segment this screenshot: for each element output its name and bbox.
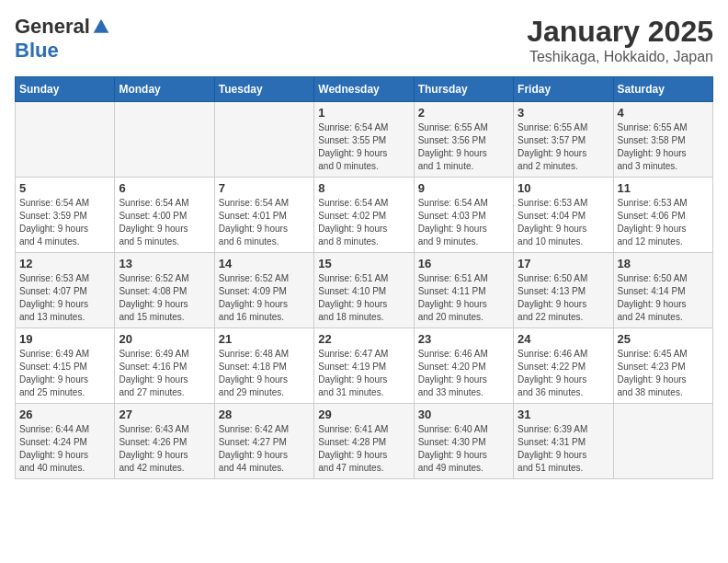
- day-info: Sunrise: 6:54 AM Sunset: 3:59 PM Dayligh…: [19, 197, 110, 248]
- day-info: Sunrise: 6:40 AM Sunset: 4:30 PM Dayligh…: [418, 423, 509, 475]
- calendar-cell: 17Sunrise: 6:50 AM Sunset: 4:13 PM Dayli…: [514, 253, 613, 328]
- calendar-cell: 7Sunrise: 6:54 AM Sunset: 4:01 PM Daylig…: [214, 178, 313, 253]
- day-info: Sunrise: 6:53 AM Sunset: 4:04 PM Dayligh…: [518, 197, 609, 248]
- day-number: 17: [518, 257, 609, 270]
- day-info: Sunrise: 6:52 AM Sunset: 4:09 PM Dayligh…: [219, 272, 310, 324]
- weekday-header: Friday: [514, 77, 613, 102]
- calendar-week-row: 5Sunrise: 6:54 AM Sunset: 3:59 PM Daylig…: [16, 178, 713, 253]
- day-number: 29: [318, 408, 409, 421]
- day-number: 5: [19, 181, 110, 195]
- day-info: Sunrise: 6:50 AM Sunset: 4:13 PM Dayligh…: [518, 272, 609, 324]
- day-info: Sunrise: 6:49 AM Sunset: 4:16 PM Dayligh…: [119, 348, 210, 399]
- day-info: Sunrise: 6:54 AM Sunset: 4:02 PM Dayligh…: [318, 197, 409, 248]
- calendar-cell: 13Sunrise: 6:52 AM Sunset: 4:08 PM Dayli…: [115, 253, 214, 328]
- day-info: Sunrise: 6:39 AM Sunset: 4:31 PM Dayligh…: [518, 423, 609, 475]
- day-info: Sunrise: 6:46 AM Sunset: 4:22 PM Dayligh…: [518, 348, 609, 399]
- location-title: Teshikaga, Hokkaido, Japan: [527, 49, 713, 65]
- day-info: Sunrise: 6:45 AM Sunset: 4:23 PM Dayligh…: [618, 348, 709, 399]
- calendar-table: SundayMondayTuesdayWednesdayThursdayFrid…: [15, 76, 713, 479]
- calendar-cell: [613, 404, 712, 479]
- calendar-cell: 26Sunrise: 6:44 AM Sunset: 4:24 PM Dayli…: [16, 404, 115, 479]
- calendar-cell: 14Sunrise: 6:52 AM Sunset: 4:09 PM Dayli…: [214, 253, 313, 328]
- day-info: Sunrise: 6:54 AM Sunset: 4:01 PM Dayligh…: [219, 197, 310, 248]
- title-section: January 2025 Teshikaga, Hokkaido, Japan: [527, 15, 713, 65]
- day-number: 8: [318, 181, 409, 195]
- calendar-cell: 24Sunrise: 6:46 AM Sunset: 4:22 PM Dayli…: [514, 328, 613, 404]
- calendar-week-row: 19Sunrise: 6:49 AM Sunset: 4:15 PM Dayli…: [16, 328, 713, 404]
- calendar-cell: 12Sunrise: 6:53 AM Sunset: 4:07 PM Dayli…: [16, 253, 115, 328]
- day-info: Sunrise: 6:51 AM Sunset: 4:11 PM Dayligh…: [418, 272, 509, 324]
- day-info: Sunrise: 6:44 AM Sunset: 4:24 PM Dayligh…: [19, 423, 110, 475]
- weekday-row: SundayMondayTuesdayWednesdayThursdayFrid…: [16, 77, 713, 102]
- day-number: 16: [418, 257, 509, 270]
- weekday-header: Wednesday: [314, 77, 414, 102]
- calendar-cell: 20Sunrise: 6:49 AM Sunset: 4:16 PM Dayli…: [115, 328, 214, 404]
- day-number: 28: [219, 408, 310, 421]
- calendar-cell: 31Sunrise: 6:39 AM Sunset: 4:31 PM Dayli…: [514, 404, 613, 479]
- day-info: Sunrise: 6:50 AM Sunset: 4:14 PM Dayligh…: [618, 272, 709, 324]
- day-number: 9: [418, 181, 509, 195]
- weekday-header: Sunday: [16, 77, 115, 102]
- day-number: 1: [318, 106, 409, 120]
- day-number: 14: [219, 257, 310, 270]
- day-info: Sunrise: 6:43 AM Sunset: 4:26 PM Dayligh…: [119, 423, 210, 475]
- calendar-cell: 8Sunrise: 6:54 AM Sunset: 4:02 PM Daylig…: [314, 178, 414, 253]
- calendar-cell: 4Sunrise: 6:55 AM Sunset: 3:58 PM Daylig…: [613, 102, 712, 178]
- weekday-header: Tuesday: [214, 77, 313, 102]
- calendar-cell: 27Sunrise: 6:43 AM Sunset: 4:26 PM Dayli…: [115, 404, 214, 479]
- day-number: 12: [19, 257, 110, 270]
- day-number: 15: [318, 257, 409, 270]
- calendar-cell: [115, 102, 214, 178]
- logo-blue: Blue: [15, 39, 59, 63]
- day-number: 27: [119, 408, 210, 421]
- calendar-cell: 18Sunrise: 6:50 AM Sunset: 4:14 PM Dayli…: [613, 253, 712, 328]
- calendar-cell: [214, 102, 313, 178]
- day-info: Sunrise: 6:55 AM Sunset: 3:56 PM Dayligh…: [418, 121, 509, 173]
- day-info: Sunrise: 6:48 AM Sunset: 4:18 PM Dayligh…: [219, 348, 310, 399]
- day-info: Sunrise: 6:52 AM Sunset: 4:08 PM Dayligh…: [119, 272, 210, 324]
- day-number: 3: [518, 106, 609, 120]
- calendar-cell: 16Sunrise: 6:51 AM Sunset: 4:11 PM Dayli…: [414, 253, 513, 328]
- day-info: Sunrise: 6:47 AM Sunset: 4:19 PM Dayligh…: [318, 348, 409, 399]
- calendar-cell: 21Sunrise: 6:48 AM Sunset: 4:18 PM Dayli…: [214, 328, 313, 404]
- calendar-cell: 25Sunrise: 6:45 AM Sunset: 4:23 PM Dayli…: [613, 328, 712, 404]
- svg-marker-0: [94, 19, 109, 33]
- day-info: Sunrise: 6:55 AM Sunset: 3:58 PM Dayligh…: [618, 121, 709, 173]
- logo-icon: [92, 17, 110, 36]
- day-number: 2: [418, 106, 509, 120]
- day-number: 19: [19, 332, 110, 346]
- day-info: Sunrise: 6:53 AM Sunset: 4:07 PM Dayligh…: [19, 272, 110, 324]
- calendar-cell: 15Sunrise: 6:51 AM Sunset: 4:10 PM Dayli…: [314, 253, 414, 328]
- day-number: 10: [518, 181, 609, 195]
- calendar-cell: 9Sunrise: 6:54 AM Sunset: 4:03 PM Daylig…: [414, 178, 513, 253]
- calendar-cell: 30Sunrise: 6:40 AM Sunset: 4:30 PM Dayli…: [414, 404, 513, 479]
- calendar-cell: 11Sunrise: 6:53 AM Sunset: 4:06 PM Dayli…: [613, 178, 712, 253]
- day-number: 25: [618, 332, 709, 346]
- calendar-cell: 28Sunrise: 6:42 AM Sunset: 4:27 PM Dayli…: [214, 404, 313, 479]
- logo-general: General: [15, 15, 90, 39]
- calendar-cell: 29Sunrise: 6:41 AM Sunset: 4:28 PM Dayli…: [314, 404, 414, 479]
- calendar-cell: 10Sunrise: 6:53 AM Sunset: 4:04 PM Dayli…: [514, 178, 613, 253]
- calendar-cell: 3Sunrise: 6:55 AM Sunset: 3:57 PM Daylig…: [514, 102, 613, 178]
- day-number: 11: [618, 181, 709, 195]
- weekday-header: Thursday: [414, 77, 513, 102]
- day-number: 23: [418, 332, 509, 346]
- calendar-cell: 5Sunrise: 6:54 AM Sunset: 3:59 PM Daylig…: [16, 178, 115, 253]
- calendar-cell: [16, 102, 115, 178]
- calendar-cell: 2Sunrise: 6:55 AM Sunset: 3:56 PM Daylig…: [414, 102, 513, 178]
- calendar-cell: 23Sunrise: 6:46 AM Sunset: 4:20 PM Dayli…: [414, 328, 513, 404]
- day-number: 4: [618, 106, 709, 120]
- logo: General Blue: [15, 15, 110, 63]
- day-number: 21: [219, 332, 310, 346]
- day-number: 18: [618, 257, 709, 270]
- day-number: 20: [119, 332, 210, 346]
- day-info: Sunrise: 6:54 AM Sunset: 4:00 PM Dayligh…: [119, 197, 210, 248]
- calendar-cell: 19Sunrise: 6:49 AM Sunset: 4:15 PM Dayli…: [16, 328, 115, 404]
- day-info: Sunrise: 6:53 AM Sunset: 4:06 PM Dayligh…: [618, 197, 709, 248]
- day-number: 31: [518, 408, 609, 421]
- day-number: 24: [518, 332, 609, 346]
- day-info: Sunrise: 6:41 AM Sunset: 4:28 PM Dayligh…: [318, 423, 409, 475]
- day-number: 30: [418, 408, 509, 421]
- calendar-cell: 1Sunrise: 6:54 AM Sunset: 3:55 PM Daylig…: [314, 102, 414, 178]
- page-header: General Blue January 2025 Teshikaga, Hok…: [15, 15, 713, 65]
